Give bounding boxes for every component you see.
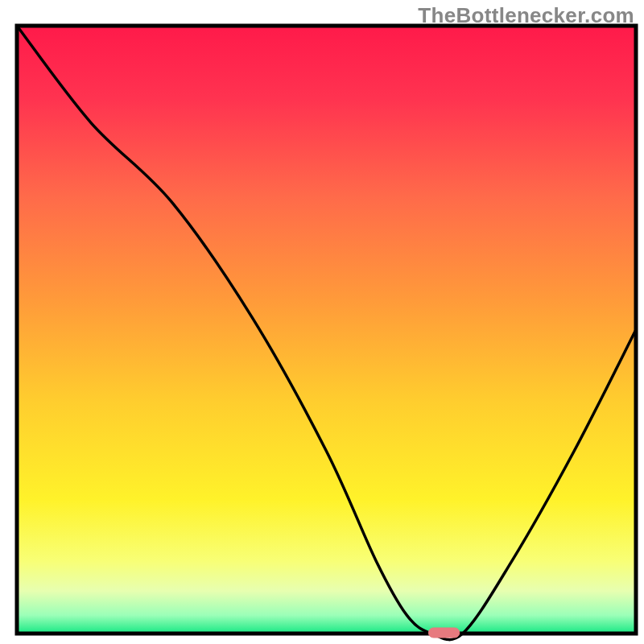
- plot-background: [17, 26, 636, 634]
- chart-container: TheBottlenecker.com: [0, 0, 644, 644]
- bottleneck-curve-chart: [0, 0, 644, 644]
- watermark-text: TheBottlenecker.com: [418, 3, 634, 28]
- optimum-marker: [428, 628, 459, 638]
